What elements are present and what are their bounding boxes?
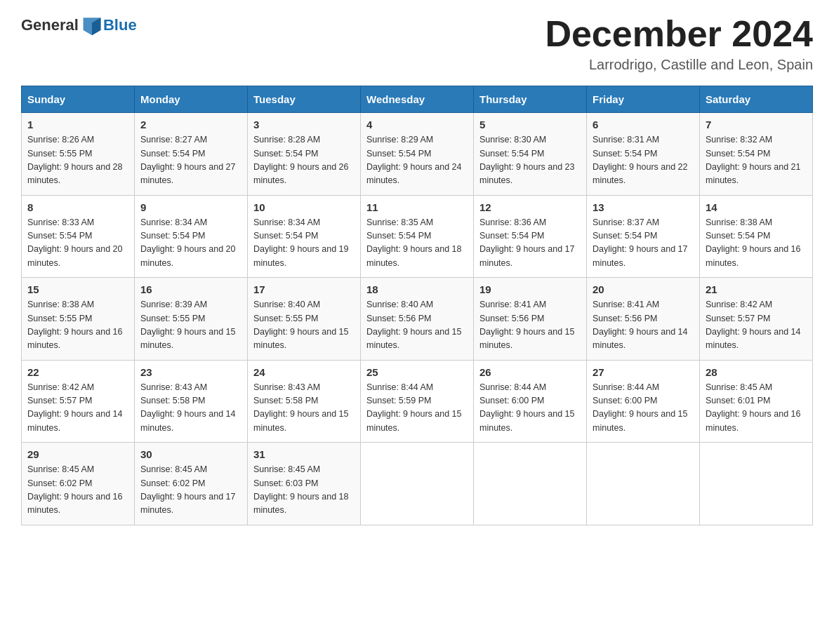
calendar-week-row: 22Sunrise: 8:42 AMSunset: 5:57 PMDayligh… (22, 360, 813, 443)
day-number: 11 (366, 201, 468, 213)
day-number: 10 (253, 201, 355, 213)
day-number: 25 (366, 366, 468, 378)
calendar-day-cell: 26Sunrise: 8:44 AMSunset: 6:00 PMDayligh… (474, 360, 587, 443)
day-number: 28 (706, 366, 807, 378)
day-number: 21 (706, 283, 807, 295)
calendar-day-cell: 23Sunrise: 8:43 AMSunset: 5:58 PMDayligh… (135, 360, 248, 443)
day-number: 4 (366, 119, 468, 130)
calendar-day-cell: 5Sunrise: 8:30 AMSunset: 5:54 PMDaylight… (474, 113, 587, 196)
calendar-day-cell: 24Sunrise: 8:43 AMSunset: 5:58 PMDayligh… (248, 360, 361, 443)
calendar-day-cell: 4Sunrise: 8:29 AMSunset: 5:54 PMDaylight… (361, 113, 474, 196)
day-info: Sunrise: 8:42 AMSunset: 5:57 PMDaylight:… (706, 298, 807, 353)
day-number: 16 (140, 283, 241, 295)
calendar-day-cell (587, 443, 700, 525)
calendar-day-cell: 2Sunrise: 8:27 AMSunset: 5:54 PMDaylight… (135, 113, 248, 196)
calendar-day-cell: 16Sunrise: 8:39 AMSunset: 5:55 PMDayligh… (135, 278, 248, 361)
calendar-day-header: Monday (135, 86, 248, 113)
logo-icon (81, 14, 103, 36)
day-number: 17 (253, 283, 355, 295)
day-info: Sunrise: 8:34 AMSunset: 5:54 PMDaylight:… (140, 216, 241, 271)
day-info: Sunrise: 8:29 AMSunset: 5:54 PMDaylight:… (366, 133, 468, 188)
calendar-day-cell: 6Sunrise: 8:31 AMSunset: 5:54 PMDaylight… (587, 113, 700, 196)
calendar-day-cell: 12Sunrise: 8:36 AMSunset: 5:54 PMDayligh… (474, 195, 587, 278)
calendar-day-cell: 21Sunrise: 8:42 AMSunset: 5:57 PMDayligh… (700, 278, 813, 361)
day-number: 12 (479, 201, 581, 213)
calendar-day-cell: 30Sunrise: 8:45 AMSunset: 6:02 PMDayligh… (135, 443, 248, 525)
calendar-day-header: Tuesday (248, 86, 361, 113)
calendar-day-cell: 15Sunrise: 8:38 AMSunset: 5:55 PMDayligh… (22, 278, 135, 361)
day-info: Sunrise: 8:35 AMSunset: 5:54 PMDaylight:… (366, 216, 468, 271)
day-info: Sunrise: 8:38 AMSunset: 5:54 PMDaylight:… (706, 216, 807, 271)
day-info: Sunrise: 8:41 AMSunset: 5:56 PMDaylight:… (479, 298, 581, 353)
calendar-table: SundayMondayTuesdayWednesdayThursdayFrid… (21, 86, 813, 525)
title-block: December 2024 Larrodrigo, Castille and L… (545, 14, 813, 73)
day-info: Sunrise: 8:45 AMSunset: 6:02 PMDaylight:… (27, 463, 128, 518)
logo-text-general: General (21, 16, 79, 34)
day-info: Sunrise: 8:26 AMSunset: 5:55 PMDaylight:… (27, 133, 128, 188)
day-info: Sunrise: 8:28 AMSunset: 5:54 PMDaylight:… (253, 133, 355, 188)
day-info: Sunrise: 8:39 AMSunset: 5:55 PMDaylight:… (140, 298, 241, 353)
calendar-day-cell: 22Sunrise: 8:42 AMSunset: 5:57 PMDayligh… (22, 360, 135, 443)
day-number: 27 (593, 366, 694, 378)
day-info: Sunrise: 8:36 AMSunset: 5:54 PMDaylight:… (479, 216, 581, 271)
calendar-day-cell: 1Sunrise: 8:26 AMSunset: 5:55 PMDaylight… (22, 113, 135, 196)
day-number: 15 (27, 283, 128, 295)
day-number: 22 (27, 366, 128, 378)
calendar-day-header: Saturday (700, 86, 813, 113)
location-title: Larrodrigo, Castille and Leon, Spain (545, 57, 813, 73)
day-number: 18 (366, 283, 468, 295)
calendar-day-cell: 14Sunrise: 8:38 AMSunset: 5:54 PMDayligh… (700, 195, 813, 278)
calendar-day-cell: 18Sunrise: 8:40 AMSunset: 5:56 PMDayligh… (361, 278, 474, 361)
calendar-header-row: SundayMondayTuesdayWednesdayThursdayFrid… (22, 86, 813, 113)
day-number: 1 (27, 119, 128, 130)
day-info: Sunrise: 8:40 AMSunset: 5:55 PMDaylight:… (253, 298, 355, 353)
calendar-day-cell: 29Sunrise: 8:45 AMSunset: 6:02 PMDayligh… (22, 443, 135, 525)
day-number: 9 (140, 201, 241, 213)
calendar-day-cell: 13Sunrise: 8:37 AMSunset: 5:54 PMDayligh… (587, 195, 700, 278)
day-number: 14 (706, 201, 807, 213)
calendar-day-cell: 19Sunrise: 8:41 AMSunset: 5:56 PMDayligh… (474, 278, 587, 361)
page-header: General Blue December 2024 Larrodrigo, C… (21, 14, 813, 73)
month-title: December 2024 (545, 14, 813, 54)
day-info: Sunrise: 8:44 AMSunset: 5:59 PMDaylight:… (366, 381, 468, 436)
calendar-day-cell: 17Sunrise: 8:40 AMSunset: 5:55 PMDayligh… (248, 278, 361, 361)
logo: General Blue (21, 14, 137, 36)
day-number: 8 (27, 201, 128, 213)
day-number: 5 (479, 119, 581, 130)
day-number: 24 (253, 366, 355, 378)
day-number: 31 (253, 448, 355, 460)
day-info: Sunrise: 8:44 AMSunset: 6:00 PMDaylight:… (593, 381, 694, 436)
day-info: Sunrise: 8:42 AMSunset: 5:57 PMDaylight:… (27, 381, 128, 436)
calendar-day-header: Friday (587, 86, 700, 113)
day-info: Sunrise: 8:34 AMSunset: 5:54 PMDaylight:… (253, 216, 355, 271)
calendar-day-cell: 7Sunrise: 8:32 AMSunset: 5:54 PMDaylight… (700, 113, 813, 196)
day-number: 19 (479, 283, 581, 295)
day-info: Sunrise: 8:43 AMSunset: 5:58 PMDaylight:… (140, 381, 241, 436)
day-info: Sunrise: 8:31 AMSunset: 5:54 PMDaylight:… (593, 133, 694, 188)
day-info: Sunrise: 8:33 AMSunset: 5:54 PMDaylight:… (27, 216, 128, 271)
calendar-day-cell: 25Sunrise: 8:44 AMSunset: 5:59 PMDayligh… (361, 360, 474, 443)
calendar-day-header: Thursday (474, 86, 587, 113)
calendar-day-cell (474, 443, 587, 525)
day-info: Sunrise: 8:38 AMSunset: 5:55 PMDaylight:… (27, 298, 128, 353)
day-number: 3 (253, 119, 355, 130)
calendar-day-header: Sunday (22, 86, 135, 113)
day-number: 7 (706, 119, 807, 130)
day-info: Sunrise: 8:41 AMSunset: 5:56 PMDaylight:… (593, 298, 694, 353)
day-info: Sunrise: 8:30 AMSunset: 5:54 PMDaylight:… (479, 133, 581, 188)
day-number: 29 (27, 448, 128, 460)
calendar-day-cell: 3Sunrise: 8:28 AMSunset: 5:54 PMDaylight… (248, 113, 361, 196)
calendar-day-cell: 9Sunrise: 8:34 AMSunset: 5:54 PMDaylight… (135, 195, 248, 278)
day-number: 2 (140, 119, 241, 130)
day-info: Sunrise: 8:37 AMSunset: 5:54 PMDaylight:… (593, 216, 694, 271)
calendar-day-cell: 10Sunrise: 8:34 AMSunset: 5:54 PMDayligh… (248, 195, 361, 278)
calendar-day-cell: 27Sunrise: 8:44 AMSunset: 6:00 PMDayligh… (587, 360, 700, 443)
calendar-day-cell: 20Sunrise: 8:41 AMSunset: 5:56 PMDayligh… (587, 278, 700, 361)
day-info: Sunrise: 8:45 AMSunset: 6:02 PMDaylight:… (140, 463, 241, 518)
calendar-week-row: 29Sunrise: 8:45 AMSunset: 6:02 PMDayligh… (22, 443, 813, 525)
calendar-day-cell: 8Sunrise: 8:33 AMSunset: 5:54 PMDaylight… (22, 195, 135, 278)
day-info: Sunrise: 8:45 AMSunset: 6:01 PMDaylight:… (706, 381, 807, 436)
calendar-week-row: 8Sunrise: 8:33 AMSunset: 5:54 PMDaylight… (22, 195, 813, 278)
day-number: 26 (479, 366, 581, 378)
calendar-week-row: 1Sunrise: 8:26 AMSunset: 5:55 PMDaylight… (22, 113, 813, 196)
